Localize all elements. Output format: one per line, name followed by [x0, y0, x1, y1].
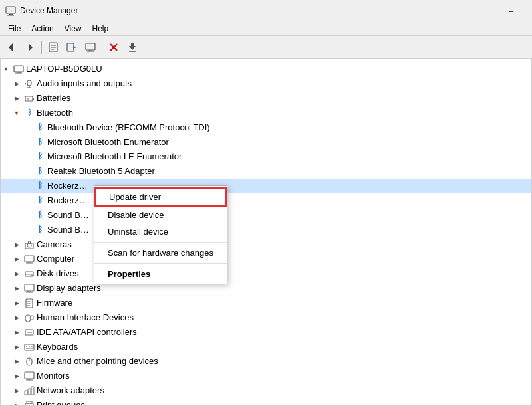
- svg-rect-60: [31, 387, 34, 395]
- forward-button[interactable]: [21, 39, 39, 56]
- svg-rect-1: [9, 14, 13, 15]
- hid-label: Human Interface Devices: [37, 311, 134, 325]
- list-item[interactable]: ▶ ᛒ Realtek Bluetooth 5 Adapter: [1, 164, 531, 179]
- title-bar-controls: –: [496, 0, 527, 21]
- keyboards-label: Keyboards: [37, 340, 78, 354]
- audio-label: Audio inputs and outputs: [37, 77, 132, 91]
- svg-marker-4: [29, 43, 33, 51]
- svg-rect-38: [26, 292, 33, 293]
- svg-rect-56: [27, 379, 31, 380]
- svg-rect-2: [7, 15, 14, 15]
- main-content: ▼ LAPTOP-B5DG0LU ▶: [0, 58, 532, 406]
- svg-marker-3: [9, 43, 13, 51]
- svg-rect-19: [17, 72, 21, 73]
- list-item[interactable]: ▶ Computer: [1, 252, 531, 266]
- computer-label: Computer: [37, 253, 74, 266]
- svg-rect-21: [27, 80, 31, 86]
- svg-rect-43: [25, 315, 31, 322]
- list-item[interactable]: ▶ IDE ATA/ATAPI controllers: [1, 325, 531, 340]
- context-menu-separator-2: [94, 263, 227, 264]
- svg-rect-9: [67, 43, 74, 51]
- svg-rect-48: [25, 344, 34, 350]
- uninstall-device-menu-item[interactable]: Uninstall device: [94, 223, 227, 240]
- minimize-button[interactable]: –: [496, 0, 527, 21]
- list-item[interactable]: ▶ ᛒ Rockerz…: [1, 179, 531, 193]
- list-item[interactable]: ▶ Disk drives: [1, 266, 531, 281]
- title-bar: Device Manager –: [0, 0, 532, 21]
- update-driver-menu-item[interactable]: Update driver: [94, 187, 227, 207]
- list-item[interactable]: ▶ Print queues: [1, 398, 531, 405]
- list-item[interactable]: ▶ Firmware: [1, 296, 531, 310]
- svg-marker-10: [73, 46, 76, 49]
- svg-rect-13: [87, 51, 94, 51]
- firmware-label: Firmware: [37, 296, 72, 310]
- display-label: Display adapters: [37, 282, 101, 296]
- svg-rect-12: [88, 50, 92, 51]
- context-menu: Update driver Disable device Uninstall d…: [94, 185, 227, 284]
- svg-rect-18: [14, 66, 23, 72]
- bt5-label: Rockerz…: [47, 179, 88, 193]
- svg-point-28: [27, 243, 31, 247]
- properties-button[interactable]: [45, 39, 62, 56]
- bt7-label: Sound B…: [47, 209, 89, 223]
- bt8-label: Sound B…: [47, 223, 89, 237]
- svg-rect-29: [25, 243, 33, 249]
- list-item[interactable]: ▼ ᛒ Bluetooth: [1, 106, 531, 120]
- svg-rect-37: [27, 292, 31, 292]
- disk-label: Disk drives: [37, 267, 79, 281]
- list-item[interactable]: ▶ ᛒ Sound B…: [1, 208, 531, 223]
- svg-rect-36: [25, 284, 34, 291]
- list-item[interactable]: ▶ Batteries: [1, 91, 531, 106]
- list-item[interactable]: ▶ Cameras: [1, 237, 531, 252]
- bluetooth-label: Bluetooth: [37, 106, 73, 120]
- list-item[interactable]: ▶ Network adapters: [1, 383, 531, 398]
- svg-rect-62: [27, 401, 32, 403]
- toolbar: [0, 36, 532, 58]
- title-bar-title: Device Manager: [20, 6, 496, 15]
- list-item[interactable]: ▶ Monitors: [1, 369, 531, 383]
- svg-rect-11: [86, 43, 95, 50]
- svg-rect-32: [26, 263, 33, 264]
- list-item[interactable]: ▶ ᛒ Sound B…: [1, 223, 531, 237]
- device-tree: ▼ LAPTOP-B5DG0LU ▶: [1, 59, 531, 405]
- list-item[interactable]: ▶ ᛒ Microsoft Bluetooth Enumerator: [1, 135, 531, 150]
- list-item[interactable]: ▶ Human Interface Devices: [1, 310, 531, 325]
- cameras-label: Cameras: [37, 238, 72, 252]
- bt4-label: Realtek Bluetooth 5 Adapter: [47, 165, 155, 179]
- update-driver-toolbar-button[interactable]: [63, 39, 80, 56]
- menu-file[interactable]: File: [3, 23, 26, 35]
- scan-button[interactable]: [82, 39, 99, 56]
- disable-device-menu-item[interactable]: Disable device: [94, 207, 227, 223]
- list-item[interactable]: ▶ ᛒ Rockerz…: [1, 193, 531, 208]
- svg-rect-30: [25, 256, 34, 262]
- properties-menu-item[interactable]: Properties: [94, 266, 227, 282]
- svg-rect-55: [25, 372, 34, 379]
- scan-hardware-menu-item[interactable]: Scan for hardware changes: [94, 245, 227, 261]
- svg-rect-58: [25, 391, 27, 395]
- svg-rect-31: [27, 262, 31, 263]
- download-button[interactable]: [124, 39, 141, 56]
- list-item[interactable]: ▶ Display adapters: [1, 281, 531, 296]
- svg-point-35: [31, 275, 33, 276]
- list-item[interactable]: ▶ ᛒ Bluetooth Device (RFCOMM Protocol TD…: [1, 120, 531, 135]
- svg-rect-0: [6, 7, 15, 13]
- menu-help[interactable]: Help: [87, 23, 114, 35]
- bt6-label: Rockerz…: [47, 194, 88, 208]
- list-item[interactable]: ▶ Keyboards: [1, 340, 531, 354]
- svg-rect-25: [33, 98, 34, 100]
- bt3-label: Microsoft Bluetooth LE Enumerator: [47, 150, 182, 164]
- list-item[interactable]: ▶ Audio inputs and outputs: [1, 76, 531, 91]
- svg-rect-57: [26, 380, 33, 381]
- menu-action[interactable]: Action: [26, 23, 59, 35]
- monitors-label: Monitors: [37, 369, 70, 383]
- list-item[interactable]: ▶ ᛒ Microsoft Bluetooth LE Enumerator: [1, 150, 531, 164]
- delete-button[interactable]: [105, 39, 122, 56]
- ide-label: IDE ATA/ATAPI controllers: [37, 326, 137, 340]
- menu-view[interactable]: View: [59, 23, 87, 35]
- back-button[interactable]: [3, 39, 20, 56]
- tree-root[interactable]: ▼ LAPTOP-B5DG0LU: [1, 62, 531, 76]
- svg-rect-20: [15, 73, 22, 74]
- svg-marker-16: [129, 43, 136, 50]
- list-item[interactable]: ▶ Mice and other pointing devices: [1, 354, 531, 369]
- svg-rect-59: [28, 389, 31, 395]
